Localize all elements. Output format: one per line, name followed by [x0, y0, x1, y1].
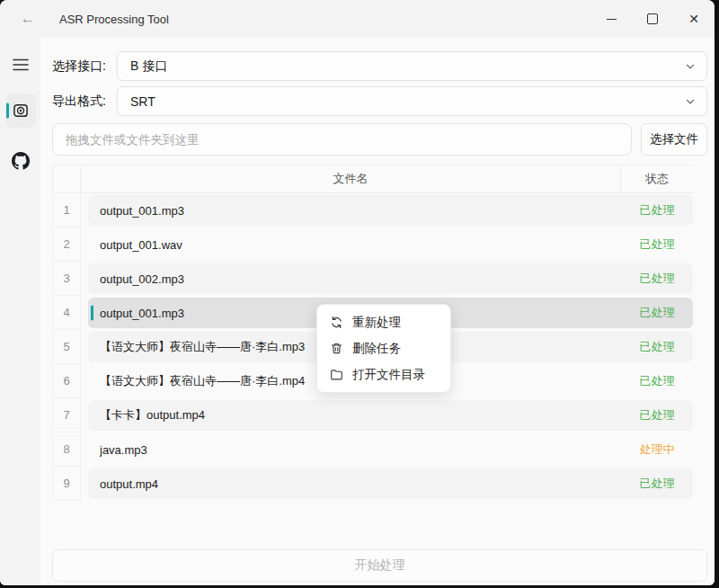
row-index: 6 — [52, 364, 81, 398]
header-filename: 文件名 — [81, 165, 621, 192]
status-text: 已处理 — [621, 373, 693, 389]
sidebar-item-github[interactable] — [5, 144, 36, 178]
filename-cell: output_001.wav — [100, 238, 621, 252]
filename-cell: java.mp3 — [100, 443, 621, 457]
trash-icon — [330, 342, 343, 355]
filename-cell: output_002.mp3 — [100, 272, 621, 286]
close-icon: ✕ — [688, 12, 699, 26]
titlebar: ← ASR Processing Tool ✕ — [0, 0, 715, 38]
context-menu-label: 重新处理 — [352, 315, 401, 331]
status-text: 已处理 — [621, 271, 693, 287]
table-row[interactable]: 1 output_001.mp3 已处理 — [52, 193, 693, 227]
context-menu-item-open-folder[interactable]: 打开文件目录 — [317, 361, 450, 388]
api-select-value: B 接口 — [130, 58, 685, 75]
sidebar — [0, 38, 40, 585]
table-row[interactable]: 7 【卡卡】output.mp4 已处理 — [52, 398, 693, 432]
row-index: 7 — [52, 398, 81, 432]
context-menu-label: 删除任务 — [352, 341, 401, 357]
row-index: 8 — [52, 432, 81, 467]
chevron-down-icon — [685, 61, 696, 72]
start-processing-button[interactable]: 开始处理 — [52, 549, 707, 582]
filename-cell: output_001.mp3 — [100, 204, 621, 218]
sidebar-item-record[interactable] — [5, 94, 36, 128]
table-row[interactable]: 2 output_001.wav 已处理 — [52, 227, 693, 262]
hamburger-icon — [13, 58, 29, 71]
window-controls: ✕ — [590, 0, 715, 38]
minimize-icon — [607, 19, 617, 20]
format-select-label: 导出格式: — [52, 94, 117, 110]
status-text: 已处理 — [621, 202, 693, 218]
row-index: 5 — [52, 330, 81, 364]
back-button[interactable]: ← — [13, 5, 43, 32]
context-menu-item-delete[interactable]: 删除任务 — [317, 335, 450, 361]
refresh-icon — [330, 316, 343, 329]
row-index: 9 — [52, 467, 81, 501]
table-header: 文件名 状态 — [52, 165, 693, 193]
active-indicator — [6, 103, 9, 119]
minimize-button[interactable] — [590, 0, 632, 38]
back-arrow-icon: ← — [21, 10, 36, 28]
github-icon — [12, 152, 30, 170]
row-index: 2 — [52, 227, 81, 262]
table-row[interactable]: 9 output.mp4 已处理 — [52, 467, 693, 501]
select-file-button[interactable]: 选择文件 — [641, 123, 707, 156]
app-window: ← ASR Processing Tool ✕ — [0, 0, 715, 585]
header-index — [52, 165, 81, 192]
table-row[interactable]: 3 output_002.mp3 已处理 — [52, 262, 693, 296]
api-select-label: 选择接口: — [52, 58, 117, 75]
status-text: 已处理 — [621, 476, 693, 492]
status-text: 处理中 — [621, 441, 693, 458]
table-row[interactable]: 8 java.mp3 处理中 — [52, 432, 693, 467]
format-select-value: SRT — [130, 94, 685, 109]
status-text: 已处理 — [621, 407, 693, 423]
status-text: 已处理 — [621, 305, 693, 321]
record-icon — [13, 102, 29, 119]
filename-cell: output.mp4 — [100, 477, 621, 491]
chevron-down-icon — [685, 96, 696, 107]
status-text: 已处理 — [621, 236, 693, 253]
maximize-icon — [647, 13, 658, 24]
row-index: 3 — [52, 262, 81, 296]
filename-cell: 【卡卡】output.mp4 — [100, 407, 621, 423]
api-select[interactable]: B 接口 — [117, 51, 707, 81]
header-status: 状态 — [621, 165, 693, 192]
selected-indicator — [91, 306, 93, 321]
status-text: 已处理 — [621, 339, 693, 355]
window-title: ASR Processing Tool — [59, 13, 169, 26]
menu-button[interactable] — [5, 50, 36, 79]
context-menu: 重新处理 删除任务 打开文件目录 — [316, 304, 451, 393]
context-menu-item-reprocess[interactable]: 重新处理 — [317, 309, 450, 335]
folder-icon — [330, 368, 343, 381]
context-menu-label: 打开文件目录 — [352, 367, 425, 383]
row-index: 4 — [52, 296, 81, 330]
format-select[interactable]: SRT — [117, 86, 707, 116]
maximize-button[interactable] — [632, 0, 673, 38]
row-index: 1 — [52, 193, 81, 227]
close-button[interactable]: ✕ — [673, 0, 715, 38]
file-drop-input[interactable] — [52, 123, 632, 156]
